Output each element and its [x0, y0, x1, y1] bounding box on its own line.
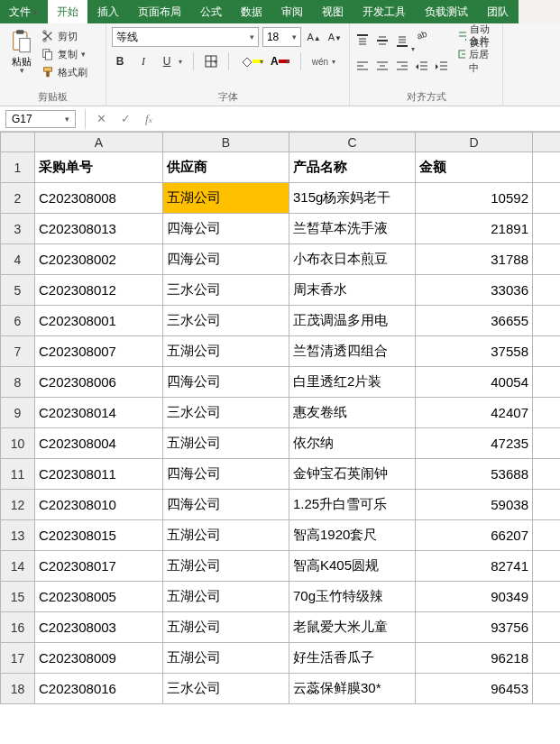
cell-A18[interactable]: C202308016 — [35, 674, 163, 704]
cell-A15[interactable]: C202308005 — [35, 582, 163, 612]
align-bottom-button[interactable] — [395, 33, 409, 48]
cell-A2[interactable]: C202308008 — [35, 183, 163, 214]
row-header-17[interactable]: 17 — [1, 643, 35, 674]
increase-indent-button[interactable] — [435, 60, 449, 74]
cell-C4[interactable]: 小布衣日本煎豆 — [289, 244, 416, 275]
col-header-A[interactable]: A — [35, 133, 163, 152]
cell-D10[interactable]: 47235 — [416, 428, 533, 459]
cell-C12[interactable]: 1.25升白雪可乐 — [289, 490, 416, 520]
cell-A8[interactable]: C202308006 — [35, 367, 163, 398]
col-header-extra[interactable] — [533, 133, 561, 152]
align-right-button[interactable] — [395, 60, 409, 74]
cell-D14[interactable]: 82741 — [416, 551, 533, 582]
cell-D8[interactable]: 40054 — [416, 367, 533, 398]
header-cell-D[interactable]: 金额 — [416, 152, 533, 183]
header-cell-A[interactable]: 采购单号 — [35, 152, 163, 183]
cell-extra[interactable] — [533, 306, 561, 336]
cell-D18[interactable]: 96453 — [416, 674, 533, 704]
border-button[interactable]: ▾ — [205, 55, 217, 68]
decrease-indent-button[interactable] — [415, 60, 429, 74]
cell-B12[interactable]: 四海公司 — [163, 490, 289, 520]
cell-B9[interactable]: 三水公司 — [163, 398, 289, 428]
fill-color-button[interactable]: ▾ — [240, 55, 263, 68]
cell-A10[interactable]: C202308004 — [35, 428, 163, 459]
cell-A9[interactable]: C202308014 — [35, 398, 163, 428]
row-header-8[interactable]: 8 — [1, 367, 35, 398]
cell-B4[interactable]: 四海公司 — [163, 244, 289, 275]
row-header-3[interactable]: 3 — [1, 214, 35, 244]
cell-D3[interactable]: 21891 — [416, 214, 533, 244]
align-middle-button[interactable] — [375, 33, 390, 48]
cell-C7[interactable]: 兰皙清透四组合 — [289, 336, 416, 367]
col-header-B[interactable]: B — [163, 133, 289, 152]
cell-C11[interactable]: 金钟宝石英闹钟 — [289, 459, 416, 490]
cell-C16[interactable]: 老鼠爱大米儿童 — [289, 612, 416, 643]
cell-C6[interactable]: 正茂调温多用电 — [289, 306, 416, 336]
cell-B15[interactable]: 五湖公司 — [163, 582, 289, 612]
cell-B6[interactable]: 三水公司 — [163, 306, 289, 336]
row-header-14[interactable]: 14 — [1, 551, 35, 582]
cell-extra[interactable] — [533, 214, 561, 244]
cell-C18[interactable]: 云蕊保鲜膜30* — [289, 674, 416, 704]
cell-C2[interactable]: 315g杨亲妈老干 — [289, 183, 416, 214]
decrease-font-button[interactable]: A▼ — [326, 32, 344, 42]
tab-home[interactable]: 开始 — [48, 0, 88, 23]
row-header-6[interactable]: 6 — [1, 306, 35, 336]
row-header-2[interactable]: 2 — [1, 183, 35, 214]
row-header-10[interactable]: 10 — [1, 428, 35, 459]
cell-B7[interactable]: 五湖公司 — [163, 336, 289, 367]
cell-C14[interactable]: 智高K405圆规 — [289, 551, 416, 582]
format-painter-button[interactable]: 格式刷 — [41, 63, 87, 81]
cell-D15[interactable]: 90349 — [416, 582, 533, 612]
cell-A11[interactable]: C202308011 — [35, 459, 163, 490]
header-cell-B[interactable]: 供应商 — [163, 152, 289, 183]
cell-D7[interactable]: 37558 — [416, 336, 533, 367]
cell-A5[interactable]: C202308012 — [35, 275, 163, 306]
cell-D5[interactable]: 33036 — [416, 275, 533, 306]
row-header-7[interactable]: 7 — [1, 336, 35, 367]
header-cell-C[interactable]: 产品名称 — [289, 152, 416, 183]
spreadsheet[interactable]: ABCD1采购单号供应商产品名称金额2C202308008五湖公司315g杨亲妈… — [0, 132, 560, 704]
cell-B13[interactable]: 五湖公司 — [163, 520, 289, 551]
cell-C10[interactable]: 依尔纳 — [289, 428, 416, 459]
cell-A3[interactable]: C202308013 — [35, 214, 163, 244]
tab-review[interactable]: 审阅 — [272, 0, 313, 23]
cell-A16[interactable]: C202308003 — [35, 612, 163, 643]
align-center-button[interactable] — [375, 60, 390, 74]
cell-B14[interactable]: 五湖公司 — [163, 551, 289, 582]
cell-extra[interactable] — [533, 674, 561, 704]
cell-extra[interactable] — [533, 459, 561, 490]
cell-B17[interactable]: 五湖公司 — [163, 643, 289, 674]
tab-load[interactable]: 负载测试 — [416, 0, 478, 23]
cell-extra[interactable] — [533, 367, 561, 398]
name-box[interactable]: G17▾ — [5, 110, 76, 128]
phonetic-button[interactable]: wén — [312, 57, 328, 67]
row-header-13[interactable]: 13 — [1, 520, 35, 551]
cell-C8[interactable]: 白里透红2片装 — [289, 367, 416, 398]
cell-extra[interactable] — [533, 428, 561, 459]
cell-extra[interactable] — [533, 244, 561, 275]
col-header-D[interactable]: D — [416, 133, 533, 152]
cell-B8[interactable]: 四海公司 — [163, 367, 289, 398]
cell-extra[interactable] — [533, 551, 561, 582]
tab-layout[interactable]: 页面布局 — [129, 0, 191, 23]
cell-D13[interactable]: 66207 — [416, 520, 533, 551]
cell-C3[interactable]: 兰皙草本洗手液 — [289, 214, 416, 244]
cell-B16[interactable]: 五湖公司 — [163, 612, 289, 643]
orientation-button[interactable]: ab▾ — [415, 27, 429, 54]
confirm-formula-button[interactable]: ✓ — [114, 112, 138, 125]
cell-D11[interactable]: 53688 — [416, 459, 533, 490]
cell-extra[interactable] — [533, 612, 561, 643]
tab-file[interactable]: 文件 ▾ — [0, 0, 48, 23]
cell-extra[interactable] — [533, 490, 561, 520]
cell-extra[interactable] — [533, 183, 561, 214]
merge-center-button[interactable]: 合并后居中 — [458, 45, 497, 63]
cell-A7[interactable]: C202308007 — [35, 336, 163, 367]
tab-view[interactable]: 视图 — [313, 0, 353, 23]
cell-extra[interactable] — [533, 336, 561, 367]
font-color-button[interactable]: A▾ — [271, 55, 289, 68]
cell-D16[interactable]: 93756 — [416, 612, 533, 643]
font-family-select[interactable]: 等线▾ — [112, 27, 259, 47]
chevron-down-icon[interactable]: ▾ — [179, 58, 182, 66]
cell-B5[interactable]: 三水公司 — [163, 275, 289, 306]
